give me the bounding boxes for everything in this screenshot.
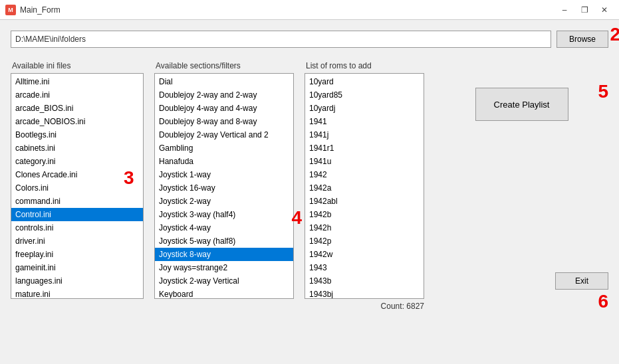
badge-3: 3 bbox=[124, 167, 134, 189]
roms-label: List of roms to add bbox=[305, 61, 424, 70]
list-item[interactable]: 10yard bbox=[305, 75, 424, 88]
window-title: Main_Form bbox=[20, 5, 61, 15]
list-item[interactable]: Bootlegs.ini bbox=[11, 128, 143, 141]
sections-list: DialDoublejoy 2-way and 2-wayDoublejoy 4… bbox=[155, 74, 293, 299]
close-button[interactable]: ✕ bbox=[595, 3, 614, 17]
create-playlist-button[interactable]: Create Playlist bbox=[475, 88, 568, 121]
roms-list: 10yard10yard8510yardj19411941j1941r11941… bbox=[305, 74, 424, 299]
list-item[interactable]: 1943 bbox=[305, 261, 424, 274]
list-item[interactable]: 10yard85 bbox=[305, 88, 424, 102]
lists-area: Available ini files Alltime.iniarcade.in… bbox=[11, 61, 608, 311]
list-item[interactable]: 1942h bbox=[305, 221, 424, 234]
list-item[interactable]: freeplay.ini bbox=[11, 248, 143, 261]
list-item[interactable]: Joystick 5-way (half8) bbox=[155, 234, 293, 248]
list-item[interactable]: Joy ways=strange2 bbox=[155, 261, 293, 274]
list-item[interactable]: 1942p bbox=[305, 234, 424, 248]
list-item[interactable]: Keyboard bbox=[155, 288, 293, 299]
list-item[interactable]: languages.ini bbox=[11, 274, 143, 288]
list-item[interactable]: mature.ini bbox=[11, 288, 143, 299]
main-content: Browse 2 Available ini files Alltime.ini… bbox=[0, 20, 619, 364]
list-item[interactable]: 1941u bbox=[305, 155, 424, 168]
badge-2: 2 bbox=[610, 24, 619, 45]
list-item[interactable]: Doublejoy 8-way and 8-way bbox=[155, 115, 293, 128]
list-item[interactable]: Control.ini bbox=[11, 208, 143, 221]
browse-button[interactable]: Browse bbox=[557, 31, 608, 48]
list-item[interactable]: Joystick 1-way bbox=[155, 168, 293, 181]
list-item[interactable]: 1942a bbox=[305, 181, 424, 195]
list-item[interactable]: Doublejoy 2-way and 2-way bbox=[155, 88, 293, 102]
list-item[interactable]: Alltime.ini bbox=[11, 75, 143, 88]
list-item[interactable]: 1942b bbox=[305, 208, 424, 221]
list-item[interactable]: 1941 bbox=[305, 115, 424, 128]
ini-files-panel: Available ini files Alltime.iniarcade.in… bbox=[11, 61, 144, 311]
restore-button[interactable]: ❐ bbox=[575, 3, 594, 17]
list-item[interactable]: Doublejoy 4-way and 4-way bbox=[155, 102, 293, 115]
roms-panel: List of roms to add 10yard10yard8510yard… bbox=[305, 61, 424, 311]
badge-4: 4 bbox=[291, 207, 302, 228]
list-item[interactable]: cabinets.ini bbox=[11, 141, 143, 155]
ini-files-label: Available ini files bbox=[11, 61, 144, 70]
list-item[interactable]: driver.ini bbox=[11, 234, 143, 248]
list-item[interactable]: Joystick 3-way (half4) bbox=[155, 208, 293, 221]
sections-panel: Available sections/filters DialDoublejoy… bbox=[154, 61, 294, 311]
title-bar-left: M Main_Form bbox=[5, 5, 61, 15]
list-item[interactable]: 10yardj bbox=[305, 102, 424, 115]
list-item[interactable]: Hanafuda bbox=[155, 155, 293, 168]
window-controls: – ❐ ✕ bbox=[555, 3, 614, 17]
list-item[interactable]: Joystick 2-way bbox=[155, 195, 293, 208]
count-display: Count: 6827 bbox=[305, 302, 424, 311]
list-item[interactable]: 1941r1 bbox=[305, 141, 424, 155]
list-item[interactable]: Joystick 2-way Vertical bbox=[155, 274, 293, 288]
list-item[interactable]: Joystick 4-way bbox=[155, 221, 293, 234]
list-item[interactable]: 1941j bbox=[305, 128, 424, 141]
badge-5: 5 bbox=[598, 81, 608, 102]
app-icon: M bbox=[5, 5, 16, 15]
list-item[interactable]: 1943b bbox=[305, 274, 424, 288]
list-item[interactable]: Joystick 8-way bbox=[155, 248, 293, 261]
badge-6: 6 bbox=[598, 292, 608, 311]
list-item[interactable]: arcade_NOBIOS.ini bbox=[11, 115, 143, 128]
roms-listbox[interactable]: 10yard10yard8510yardj19411941j1941r11941… bbox=[305, 73, 424, 299]
sections-listbox[interactable]: DialDoublejoy 2-way and 2-wayDoublejoy 4… bbox=[154, 73, 294, 299]
list-item[interactable]: gameinit.ini bbox=[11, 261, 143, 274]
list-item[interactable]: 1942abl bbox=[305, 195, 424, 208]
list-item[interactable]: Joystick 16-way bbox=[155, 181, 293, 195]
list-item[interactable]: 1942 bbox=[305, 168, 424, 181]
list-item[interactable]: category.ini bbox=[11, 155, 143, 168]
list-item[interactable]: Doublejoy 2-way Vertical and 2 bbox=[155, 128, 293, 141]
exit-button[interactable]: Exit bbox=[555, 272, 608, 290]
list-item[interactable]: controls.ini bbox=[11, 221, 143, 234]
minimize-button[interactable]: – bbox=[555, 3, 574, 17]
right-panel: Create Playlist 5 Exit 6 bbox=[435, 61, 608, 311]
title-bar: M Main_Form – ❐ ✕ bbox=[0, 0, 619, 20]
list-item[interactable]: 1943bj bbox=[305, 288, 424, 299]
list-item[interactable]: Gambling bbox=[155, 141, 293, 155]
list-item[interactable]: 1942w bbox=[305, 248, 424, 261]
list-item[interactable]: Dial bbox=[155, 75, 293, 88]
path-input[interactable] bbox=[11, 31, 551, 48]
list-item[interactable]: arcade_BIOS.ini bbox=[11, 102, 143, 115]
list-item[interactable]: command.ini bbox=[11, 195, 143, 208]
sections-label: Available sections/filters bbox=[154, 61, 294, 70]
list-item[interactable]: arcade.ini bbox=[11, 88, 143, 102]
path-row: Browse 2 bbox=[11, 31, 608, 48]
